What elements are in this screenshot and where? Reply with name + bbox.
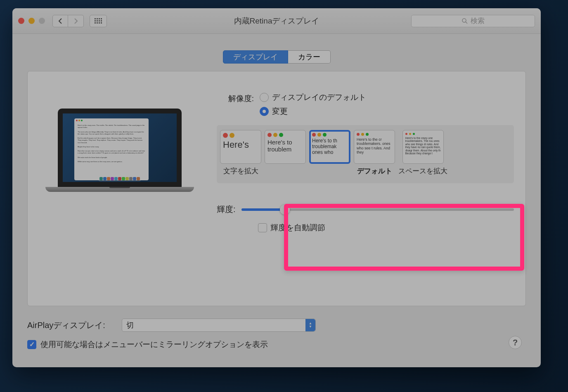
radio-default-resolution[interactable]: ディスプレイのデフォルト bbox=[260, 92, 514, 103]
resolution-option-2[interactable]: Here's to troublem bbox=[265, 130, 306, 166]
settings-column: 解像度: ディスプレイのデフォルト 変更 bbox=[217, 92, 514, 293]
grid-icon bbox=[95, 18, 102, 24]
display-preview: Here's to the crazy ones. The misfits. T… bbox=[39, 92, 200, 293]
brightness-label: 輝度: bbox=[217, 204, 236, 215]
resolution-option-more-space[interactable]: Here's to the crazy one troublemakers. T… bbox=[398, 130, 447, 176]
mirroring-row[interactable]: 使用可能な場合はメニューバーにミラーリングオプションを表示 bbox=[27, 339, 526, 350]
brightness-row: 輝度: bbox=[217, 204, 514, 215]
radio-scaled-resolution[interactable]: 変更 bbox=[260, 106, 514, 117]
forward-button[interactable] bbox=[68, 15, 84, 27]
airplay-value: 切 bbox=[126, 320, 134, 330]
window-controls bbox=[18, 18, 45, 24]
resolution-options: Here's 文字を拡大 Here's to troublem bbox=[217, 125, 514, 183]
show-all-button[interactable] bbox=[90, 15, 107, 27]
svg-line-1 bbox=[466, 22, 467, 24]
auto-brightness-checkbox[interactable] bbox=[258, 223, 267, 232]
back-button[interactable] bbox=[52, 15, 68, 27]
radio-button bbox=[260, 107, 269, 116]
close-button[interactable] bbox=[18, 18, 24, 24]
resolution-option-3[interactable]: Here's to th troublemak ones who bbox=[309, 130, 350, 166]
svg-point-0 bbox=[462, 19, 466, 22]
select-arrows-icon: ▲▼ bbox=[305, 319, 315, 331]
mirroring-label: 使用可能な場合はメニューバーにミラーリングオプションを表示 bbox=[40, 339, 268, 350]
radio-label: 変更 bbox=[272, 106, 288, 117]
chevron-left-icon bbox=[58, 18, 63, 24]
resolution-row: 解像度: ディスプレイのデフォルト 変更 bbox=[217, 92, 514, 120]
help-button[interactable]: ? bbox=[509, 336, 522, 349]
laptop-illustration: Here's to the crazy ones. The misfits. T… bbox=[45, 109, 194, 192]
auto-brightness-label: 輝度を自動調節 bbox=[270, 222, 325, 233]
minimize-button[interactable] bbox=[28, 18, 35, 24]
preferences-window: 内蔵Retinaディスプレイ 検索 ディスプレイ カラー Here's to t… bbox=[12, 8, 541, 367]
search-placeholder: 検索 bbox=[471, 16, 485, 26]
chevron-right-icon bbox=[73, 18, 78, 24]
display-panel: Here's to the crazy ones. The misfits. T… bbox=[27, 71, 526, 306]
maximize-button[interactable] bbox=[39, 18, 45, 24]
slider-thumb[interactable] bbox=[280, 205, 290, 215]
tab-display[interactable]: ディスプレイ bbox=[223, 50, 288, 64]
resolution-option-larger-text[interactable]: Here's 文字を拡大 bbox=[220, 130, 261, 176]
search-input[interactable]: 検索 bbox=[411, 15, 535, 27]
airplay-row: AirPlayディスプレイ: 切 ▲▼ bbox=[27, 319, 526, 332]
content-area: ディスプレイ カラー Here's to the crazy ones. The… bbox=[12, 34, 541, 358]
slider-fill bbox=[241, 208, 285, 211]
nav-buttons bbox=[52, 15, 84, 27]
airplay-select[interactable]: 切 ▲▼ bbox=[122, 319, 316, 332]
radio-label: ディスプレイのデフォルト bbox=[272, 92, 366, 103]
resolution-label: 解像度: bbox=[217, 92, 254, 104]
brightness-slider[interactable] bbox=[241, 208, 514, 211]
airplay-label: AirPlayディスプレイ: bbox=[27, 320, 105, 331]
radio-button bbox=[260, 93, 269, 102]
resolution-option-default[interactable]: Here's to the cr troublemakers. ones who… bbox=[354, 130, 395, 176]
mirroring-checkbox[interactable] bbox=[27, 340, 36, 349]
search-icon bbox=[462, 18, 468, 24]
tab-color[interactable]: カラー bbox=[288, 50, 331, 64]
auto-brightness-row[interactable]: 輝度を自動調節 bbox=[258, 222, 514, 233]
tab-bar: ディスプレイ カラー bbox=[27, 50, 526, 64]
window-title: 内蔵Retinaディスプレイ bbox=[234, 16, 320, 26]
titlebar: 内蔵Retinaディスプレイ 検索 bbox=[12, 8, 541, 34]
